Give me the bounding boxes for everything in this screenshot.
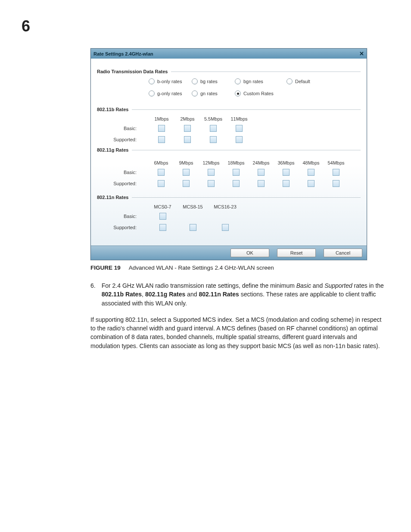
cancel-button[interactable]: Cancel <box>324 249 362 257</box>
radio-icon <box>192 78 198 84</box>
checkbox[interactable] <box>233 169 240 176</box>
checkbox[interactable] <box>183 180 190 187</box>
radio-b-only[interactable]: b-only rates <box>149 78 192 84</box>
checkbox[interactable] <box>158 169 165 176</box>
radio-icon <box>192 90 198 96</box>
text-fragment: and <box>311 282 324 289</box>
g-rates-table: 6Mbps 9Mbps 12Mbps 18Mbps 24Mbps 36Mbps … <box>97 160 361 187</box>
checkbox[interactable] <box>233 180 240 187</box>
checkbox[interactable] <box>208 169 215 176</box>
radio-g-only[interactable]: g-only rates <box>149 90 192 96</box>
checkbox[interactable] <box>184 136 191 143</box>
section-transmission-label: Radio Transmission Data Rates <box>97 69 168 74</box>
col-header: 9Mbps <box>174 160 199 165</box>
close-icon[interactable]: ✕ <box>359 50 364 57</box>
checkbox[interactable] <box>159 224 166 231</box>
table-row: Supported: <box>97 224 361 231</box>
section-g-label: 802.11g Rates <box>97 147 128 152</box>
figure-caption: FIGURE 19 Advanced WLAN - Rate Settings … <box>90 264 389 271</box>
col-header: 6Mbps <box>149 160 174 165</box>
radio-label: bgn rates <box>243 79 263 84</box>
checkbox[interactable] <box>210 136 217 143</box>
divider <box>132 150 361 150</box>
table-header-row: 1Mbps 2Mbps 5.5Mbps 11Mbps <box>97 116 361 121</box>
radio-label: g-only rates <box>157 91 182 96</box>
figure-label: FIGURE 19 <box>90 264 121 271</box>
checkbox[interactable] <box>158 125 165 132</box>
section-transmission-heading: Radio Transmission Data Rates <box>97 69 361 74</box>
term-802-11b: 802.11b Rates <box>102 291 142 298</box>
section-n-heading: 802.11n Rates <box>97 195 361 200</box>
checkbox[interactable] <box>258 180 265 187</box>
reset-button[interactable]: Reset <box>277 249 316 257</box>
checkbox[interactable] <box>333 169 339 176</box>
page-number: 6 <box>22 17 389 35</box>
col-header: 48Mbps <box>299 160 324 165</box>
row-label-supported: Supported: <box>97 225 149 230</box>
dialog-button-bar: OK Reset Cancel <box>91 246 367 260</box>
checkbox[interactable] <box>333 180 339 187</box>
checkbox[interactable] <box>308 180 314 187</box>
ok-button[interactable]: OK <box>230 249 269 257</box>
rate-settings-dialog: Rate Settings 2.4GHz-wlan ✕ Radio Transm… <box>90 48 367 260</box>
divider <box>132 109 361 110</box>
radio-icon <box>235 90 241 96</box>
dialog-title-bar: Rate Settings 2.4GHz-wlan ✕ <box>91 49 367 59</box>
figure-caption-text: Advanced WLAN - Rate Settings 2.4 GHz-WL… <box>129 264 274 271</box>
table-row: Supported: <box>97 136 361 143</box>
term-supported: Supported <box>324 282 352 289</box>
text-fragment: , <box>142 291 145 298</box>
checkbox[interactable] <box>283 180 290 187</box>
col-header: MCS8-15 <box>177 204 209 209</box>
section-g-heading: 802.11g Rates <box>97 147 361 152</box>
checkbox[interactable] <box>208 180 215 187</box>
step-number: 6. <box>90 281 96 308</box>
text-fragment: rates in the <box>352 282 384 289</box>
section-b-heading: 802.11b Rates <box>97 107 361 112</box>
checkbox[interactable] <box>308 169 314 176</box>
radio-icon <box>149 78 155 84</box>
col-header: 1Mbps <box>149 116 174 121</box>
row-label-supported: Supported: <box>97 181 149 186</box>
text-fragment: For 2.4 GHz WLAN radio transmission rate… <box>102 282 296 289</box>
radio-label: Custom Rates <box>243 91 274 96</box>
text-fragment: and <box>185 291 199 298</box>
checkbox[interactable] <box>283 169 290 176</box>
term-802-11n: 802.11n Rates <box>199 291 239 298</box>
body-paragraph: If supporting 802.11n, select a Supporte… <box>90 315 383 350</box>
checkbox[interactable] <box>190 224 196 231</box>
checkbox[interactable] <box>158 180 165 187</box>
row-label-basic: Basic: <box>97 214 149 219</box>
table-row: Basic: <box>97 213 361 220</box>
radio-label: bg rates <box>200 79 218 84</box>
divider <box>171 72 361 72</box>
table-row: Supported: <box>97 180 361 187</box>
checkbox[interactable] <box>158 136 165 143</box>
table-header-row: 6Mbps 9Mbps 12Mbps 18Mbps 24Mbps 36Mbps … <box>97 160 361 165</box>
checkbox[interactable] <box>236 136 243 143</box>
col-header: 24Mbps <box>249 160 274 165</box>
radio-default[interactable]: Default <box>286 78 330 84</box>
checkbox[interactable] <box>222 224 229 231</box>
section-n-label: 802.11n Rates <box>97 195 128 200</box>
checkbox[interactable] <box>184 125 191 132</box>
col-header: MCS0-7 <box>149 204 177 209</box>
radio-label: b-only rates <box>157 79 182 84</box>
checkbox[interactable] <box>159 213 166 220</box>
col-header: 2Mbps <box>174 116 200 121</box>
n-rates-table: MCS0-7 MCS8-15 MCS16-23 Basic: Supported… <box>97 204 361 231</box>
radio-bg[interactable]: bg rates <box>192 78 235 84</box>
radio-gn[interactable]: gn rates <box>192 90 235 96</box>
checkbox[interactable] <box>210 125 217 132</box>
checkbox[interactable] <box>183 169 190 176</box>
checkbox[interactable] <box>236 125 243 132</box>
term-basic: Basic <box>296 282 311 289</box>
radio-label: gn rates <box>200 91 218 96</box>
radio-bgn[interactable]: bgn rates <box>235 78 286 84</box>
radio-custom[interactable]: Custom Rates <box>235 90 286 96</box>
table-row: Basic: <box>97 169 361 176</box>
table-row: Basic: <box>97 125 361 132</box>
col-header: 54Mbps <box>324 160 349 165</box>
divider <box>132 197 361 198</box>
checkbox[interactable] <box>258 169 265 176</box>
